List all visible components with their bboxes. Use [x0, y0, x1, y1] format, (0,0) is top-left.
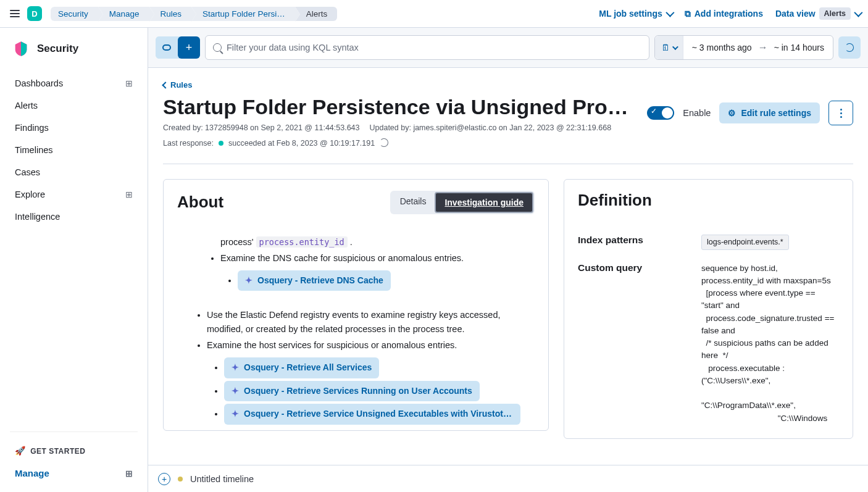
- page-header: Startup Folder Persistence via Unsigned …: [163, 94, 853, 149]
- more-actions-button[interactable]: [828, 101, 853, 125]
- refresh-icon: [845, 43, 854, 52]
- filter-button[interactable]: [156, 36, 178, 59]
- grid-icon: ⊞: [125, 469, 133, 478]
- breadcrumb-rule-name[interactable]: Startup Folder Persi…: [191, 7, 295, 21]
- chevron-down-icon: [854, 9, 862, 17]
- calendar-button[interactable]: 🗓: [655, 36, 683, 59]
- kql-input[interactable]: [227, 43, 641, 52]
- breadcrumb-rules[interactable]: Rules: [149, 7, 192, 21]
- status-dot-icon: [219, 141, 223, 146]
- enable-toggle[interactable]: [647, 106, 674, 120]
- guide-item-dns: Examine the DNS cache for suspicious or …: [220, 251, 530, 265]
- sidebar-item-alerts[interactable]: Alerts: [0, 94, 148, 117]
- sidebar-manage[interactable]: Manage⊞: [10, 462, 138, 485]
- osquery-dns-cache-button[interactable]: Osquery - Retrieve DNS Cache: [238, 270, 391, 291]
- custom-query-value: sequence by host.id, process.entity_id w…: [701, 262, 839, 425]
- sidebar-bottom: 🚀 GET STARTED Manage⊞: [10, 432, 138, 492]
- sidebar-nav: Dashboards⊞ Alerts Findings Timelines Ca…: [0, 72, 148, 432]
- ml-job-settings-link[interactable]: ML job settings: [599, 9, 672, 19]
- sidebar-item-cases[interactable]: Cases: [0, 161, 148, 183]
- data-view-selector[interactable]: Data view Alerts: [775, 7, 861, 20]
- data-view-badge: Alerts: [819, 7, 851, 20]
- add-filter-button[interactable]: +: [178, 36, 200, 59]
- about-tabs: Details Investigation guide: [390, 191, 535, 214]
- top-header: D Security Manage Rules Startup Folder P…: [0, 0, 868, 28]
- sidebar-item-findings[interactable]: Findings: [0, 117, 148, 139]
- about-body: process' process.entity_id . Examine the…: [164, 220, 548, 430]
- grid-icon: ⊞: [125, 190, 133, 199]
- timeline-status-dot-icon: [178, 477, 183, 482]
- timeline-title[interactable]: Untitled timeline: [190, 474, 254, 484]
- sidebar-item-timelines[interactable]: Timelines: [0, 139, 148, 161]
- sidebar: Security Dashboards⊞ Alerts Findings Tim…: [0, 28, 148, 492]
- custom-query-label: Custom query: [578, 262, 689, 273]
- rocket-icon: 🚀: [15, 446, 26, 456]
- main: + 🗓 ~ 3 months ago → ~ in 14 hours Rules: [148, 28, 868, 492]
- last-response-value: succeeded at Feb 8, 2023 @ 10:19:17.191: [228, 139, 375, 148]
- sidebar-item-dashboards[interactable]: Dashboards⊞: [0, 72, 148, 94]
- osquery-icon: [232, 407, 239, 421]
- panels: About Details Investigation guide proces…: [163, 179, 853, 439]
- content: Rules Startup Folder Persistence via Uns…: [148, 68, 868, 492]
- code-process-entity-id: process.entity_id: [256, 236, 348, 248]
- chevron-down-icon: [666, 9, 674, 17]
- page-title: Startup Folder Persistence via Unsigned …: [163, 94, 637, 120]
- breadcrumb-manage[interactable]: Manage: [98, 7, 149, 21]
- chevron-down-icon: [672, 44, 678, 50]
- search-icon: [213, 43, 222, 52]
- sidebar-get-started[interactable]: 🚀 GET STARTED: [10, 440, 138, 462]
- arrow-right-icon: →: [758, 42, 768, 53]
- refresh-icon: [380, 138, 388, 147]
- header-right: ML job settings Add integrations Data vi…: [599, 7, 861, 20]
- osquery-user-services-button[interactable]: Osquery - Retrieve Services Running on U…: [224, 381, 480, 402]
- plus-icon: +: [186, 41, 193, 54]
- query-bar: + 🗓 ~ 3 months ago → ~ in 14 hours: [148, 28, 868, 68]
- sidebar-item-intelligence[interactable]: Intelligence: [0, 206, 148, 228]
- edit-rule-button[interactable]: Edit rule settings: [719, 102, 820, 123]
- guide-item-services: Examine the host services for suspicious…: [207, 338, 530, 352]
- page-actions: Enable Edit rule settings: [647, 94, 853, 125]
- osquery-virustotal-button[interactable]: Osquery - Retrieve Service Unsigned Exec…: [224, 404, 520, 425]
- gear-icon: [728, 108, 736, 118]
- filter-icon: [162, 44, 171, 51]
- definition-title: Definition: [578, 191, 652, 210]
- tab-details[interactable]: Details: [391, 192, 435, 213]
- ml-label: ML job settings: [599, 9, 662, 19]
- guide-item-registry: Use the Elastic Defend registry events t…: [207, 308, 530, 336]
- index-pattern-badge: logs-endpoint.events.*: [701, 235, 789, 250]
- space-avatar[interactable]: D: [27, 6, 42, 21]
- created-by-text: Created by: 1372859948 on Sep 2, 2021 @ …: [163, 123, 360, 132]
- divider: [163, 164, 853, 164]
- integrations-icon: [685, 9, 691, 19]
- about-panel: About Details Investigation guide proces…: [163, 179, 549, 431]
- osquery-all-services-button[interactable]: Osquery - Retrieve All Services: [224, 357, 379, 378]
- chevron-left-icon: [162, 81, 169, 88]
- calendar-icon: 🗓: [661, 43, 670, 52]
- sidebar-title: Security: [0, 40, 148, 72]
- breadcrumb-alerts: Alerts: [295, 7, 338, 21]
- date-range-display[interactable]: ~ 3 months ago → ~ in 14 hours: [683, 42, 833, 53]
- date-range-picker[interactable]: 🗓 ~ 3 months ago → ~ in 14 hours: [654, 35, 833, 60]
- guide-text-process: process' process.entity_id .: [220, 235, 530, 249]
- refresh-button[interactable]: [838, 36, 861, 59]
- grid-icon: ⊞: [125, 78, 133, 88]
- osquery-icon: [245, 274, 252, 288]
- breadcrumb-security[interactable]: Security: [51, 7, 98, 21]
- add-timeline-button[interactable]: +: [158, 473, 170, 485]
- add-integrations-link[interactable]: Add integrations: [685, 9, 763, 19]
- back-to-rules-link[interactable]: Rules: [163, 80, 853, 90]
- menu-toggle-icon[interactable]: [7, 6, 22, 21]
- osquery-icon: [232, 361, 239, 375]
- enable-label: Enable: [683, 108, 711, 118]
- about-title: About: [177, 193, 223, 212]
- tab-investigation-guide[interactable]: Investigation guide: [435, 192, 533, 213]
- index-patterns-label: Index patterns: [578, 235, 689, 246]
- updated-by-text: Updated by: james.spiteri@elastic.co on …: [370, 123, 612, 132]
- kql-search-box[interactable]: [205, 35, 649, 60]
- last-response-label: Last response:: [163, 139, 214, 148]
- sidebar-item-explore[interactable]: Explore⊞: [0, 183, 148, 206]
- refresh-status-button[interactable]: [380, 138, 388, 149]
- definition-panel: Definition Index patterns logs-endpoint.…: [564, 179, 853, 439]
- osquery-icon: [232, 385, 239, 398]
- timeline-bar: + Untitled timeline: [148, 465, 868, 492]
